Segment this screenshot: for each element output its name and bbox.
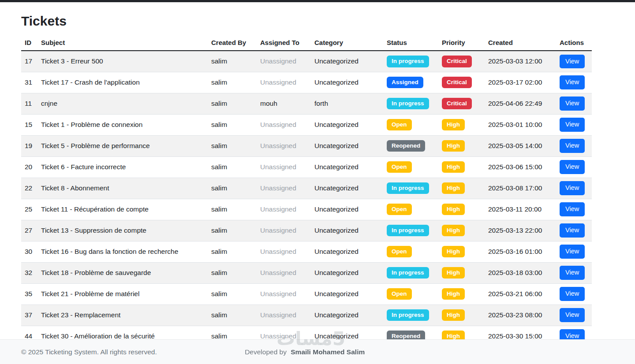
- cell-priority: High: [438, 199, 485, 220]
- table-row: 30Ticket 16 - Bug dans la fonction de re…: [21, 241, 592, 262]
- footer: 5مسات © 2025 Ticketing System. All right…: [0, 339, 635, 364]
- cell-assigned-to: Unassigned: [257, 283, 311, 305]
- table-row: 35Ticket 21 - Problème de matérielsalimU…: [21, 283, 592, 305]
- cell-id: 17: [21, 51, 37, 72]
- cell-status: Open: [383, 241, 438, 262]
- cell-actions: View: [556, 305, 592, 326]
- cell-actions: View: [556, 241, 592, 262]
- priority-badge: High: [442, 267, 465, 279]
- priority-badge: High: [442, 140, 465, 152]
- cell-category: Uncategorized: [311, 135, 383, 156]
- view-button[interactable]: View: [560, 308, 585, 322]
- view-button[interactable]: View: [560, 55, 585, 69]
- cell-subject: Ticket 13 - Suppression de compte: [37, 220, 208, 241]
- priority-badge: Critical: [442, 98, 472, 110]
- view-button[interactable]: View: [560, 266, 585, 280]
- cell-actions: View: [556, 135, 592, 156]
- cell-created-by: salim: [208, 72, 257, 93]
- view-button[interactable]: View: [560, 118, 585, 132]
- cell-subject: Ticket 5 - Problème de performance: [37, 135, 208, 156]
- cell-assigned-to: Unassigned: [257, 178, 311, 199]
- status-badge: In progress: [387, 267, 429, 279]
- table-row: 11cnjnesalimmouhforthIn progressCritical…: [21, 93, 592, 114]
- cell-actions: View: [556, 178, 592, 199]
- view-button[interactable]: View: [560, 202, 585, 216]
- cell-created: 2025-03-01 10:00: [485, 114, 556, 135]
- cell-category: Uncategorized: [311, 220, 383, 241]
- cell-id: 11: [21, 93, 37, 114]
- status-badge: Assigned: [387, 77, 423, 89]
- column-header-subject: Subject: [37, 37, 208, 51]
- cell-priority: Critical: [438, 93, 485, 114]
- cell-status: In progress: [383, 93, 438, 114]
- cell-status: In progress: [383, 262, 438, 283]
- cell-actions: View: [556, 199, 592, 220]
- cell-category: Uncategorized: [311, 156, 383, 178]
- footer-developed-by: Developed by Smaili Mohamed Salim: [245, 348, 365, 356]
- status-badge: Open: [387, 204, 412, 215]
- cell-assigned-to: Unassigned: [257, 51, 311, 72]
- cell-priority: High: [438, 135, 485, 156]
- status-badge: Open: [387, 246, 412, 258]
- cell-assigned-to: Unassigned: [257, 220, 311, 241]
- cell-status: In progress: [383, 51, 438, 72]
- column-header-id: ID: [21, 37, 37, 51]
- cell-priority: High: [438, 178, 485, 199]
- cell-category: Uncategorized: [311, 114, 383, 135]
- cell-assigned-to: Unassigned: [257, 156, 311, 178]
- cell-id: 22: [21, 178, 37, 199]
- status-badge: Open: [387, 119, 412, 131]
- cell-id: 32: [21, 262, 37, 283]
- developed-by-prefix: Developed by: [245, 348, 287, 356]
- cell-subject: Ticket 8 - Abonnement: [37, 178, 208, 199]
- view-button[interactable]: View: [560, 97, 585, 111]
- cell-category: Uncategorized: [311, 262, 383, 283]
- column-header-priority: Priority: [438, 37, 485, 51]
- view-button[interactable]: View: [560, 245, 585, 259]
- status-badge: In progress: [387, 309, 429, 321]
- cell-category: Uncategorized: [311, 72, 383, 93]
- status-badge: In progress: [387, 225, 429, 237]
- cell-created-by: salim: [208, 305, 257, 326]
- view-button[interactable]: View: [560, 75, 585, 89]
- priority-badge: High: [442, 246, 465, 258]
- cell-category: forth: [311, 93, 383, 114]
- cell-created: 2025-03-03 12:00: [485, 51, 556, 72]
- view-button[interactable]: View: [560, 160, 585, 174]
- table-row: 19Ticket 5 - Problème de performancesali…: [21, 135, 592, 156]
- priority-badge: High: [442, 225, 465, 237]
- cell-created-by: salim: [208, 114, 257, 135]
- cell-assigned-to: Unassigned: [257, 305, 311, 326]
- cell-id: 20: [21, 156, 37, 178]
- cell-subject: Ticket 3 - Erreur 500: [37, 51, 208, 72]
- cell-status: Open: [383, 156, 438, 178]
- table-row: 25Ticket 11 - Récupération de comptesali…: [21, 199, 592, 220]
- cell-created: 2025-03-16 01:00: [485, 241, 556, 262]
- cell-created: 2025-03-13 22:00: [485, 220, 556, 241]
- table-row: 31Ticket 17 - Crash de l'applicationsali…: [21, 72, 592, 93]
- cell-created-by: salim: [208, 93, 257, 114]
- table-header-row: ID Subject Created By Assigned To Catego…: [21, 37, 592, 51]
- priority-badge: High: [442, 182, 465, 194]
- developer-name: Smaili Mohamed Salim: [291, 348, 365, 356]
- status-badge: Reopened: [387, 140, 425, 152]
- view-button[interactable]: View: [560, 139, 585, 153]
- cell-priority: Critical: [438, 51, 485, 72]
- cell-actions: View: [556, 262, 592, 283]
- cell-actions: View: [556, 51, 592, 72]
- cell-subject: Ticket 16 - Bug dans la fonction de rech…: [37, 241, 208, 262]
- cell-subject: cnjne: [37, 93, 208, 114]
- view-button[interactable]: View: [560, 287, 585, 301]
- view-button[interactable]: View: [560, 181, 585, 195]
- cell-status: Open: [383, 114, 438, 135]
- cell-priority: High: [438, 156, 485, 178]
- cell-assigned-to: Unassigned: [257, 72, 311, 93]
- status-badge: In progress: [387, 182, 429, 194]
- cell-actions: View: [556, 93, 592, 114]
- cell-priority: High: [438, 305, 485, 326]
- table-row: 27Ticket 13 - Suppression de comptesalim…: [21, 220, 592, 241]
- cell-created: 2025-04-06 22:49: [485, 93, 556, 114]
- cell-subject: Ticket 23 - Remplacement: [37, 305, 208, 326]
- view-button[interactable]: View: [560, 223, 585, 238]
- cell-actions: View: [556, 220, 592, 241]
